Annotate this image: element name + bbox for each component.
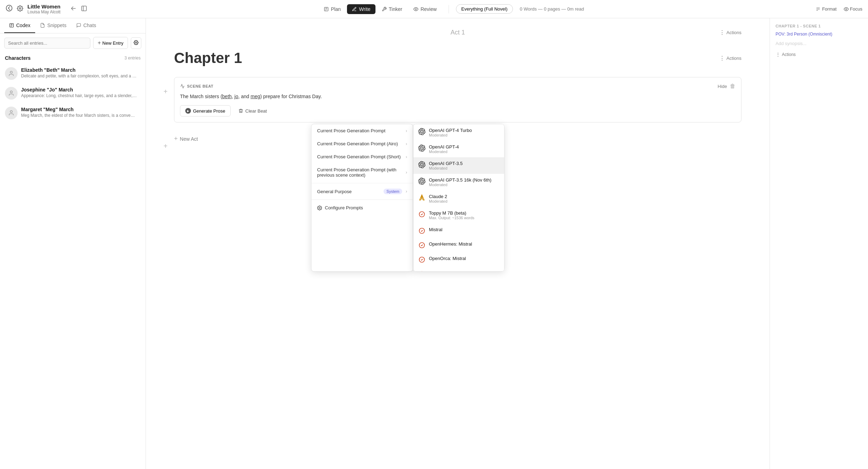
settings-button[interactable] bbox=[17, 5, 23, 13]
chapter-actions-button[interactable]: ⋮ Actions bbox=[719, 55, 741, 62]
model-item-3[interactable]: OpenAI GPT-3.5 16k (Nov 6th) Moderated bbox=[413, 174, 504, 190]
model-item-7[interactable]: OpenHermes: Mistral bbox=[413, 238, 504, 252]
tab-review[interactable]: Review bbox=[409, 4, 442, 14]
add-content-button[interactable]: + bbox=[163, 88, 168, 96]
word-count: 0 Words — 0 pages — 0m read bbox=[520, 6, 584, 12]
character-item[interactable]: Elizabeth "Beth" March Delicate and peti… bbox=[0, 64, 146, 83]
together-icon bbox=[418, 227, 425, 234]
together-icon bbox=[418, 256, 425, 263]
scene-beat-label: SCENE BEAT bbox=[180, 84, 213, 89]
svg-point-8 bbox=[10, 71, 12, 73]
synopsis-field[interactable]: Add synopsis... bbox=[776, 41, 862, 46]
beat-actions-row: ▶ Generate Prose Clear Beat bbox=[180, 105, 735, 116]
search-input[interactable] bbox=[4, 38, 90, 49]
openai-icon bbox=[418, 178, 425, 185]
svg-point-11 bbox=[319, 207, 320, 209]
character-link-meg[interactable]: meg bbox=[251, 94, 260, 99]
act-title: Act 1 bbox=[363, 29, 552, 36]
right-panel: CHAPTER 1 - SCENE 1 POV: 3rd Person (Omn… bbox=[770, 18, 868, 469]
scope-button[interactable]: Everything (Full Novel) bbox=[456, 4, 513, 14]
sidebar: Codex Snippets Chats + New Entry Charact… bbox=[0, 18, 146, 469]
format-button[interactable]: Format bbox=[816, 6, 836, 12]
prompt-menu-item-0[interactable]: Current Prose Generation Prompt › bbox=[311, 124, 413, 137]
openai-icon bbox=[418, 128, 425, 135]
model-item-1[interactable]: OpenAI GPT-4 Moderated bbox=[413, 141, 504, 157]
model-item-0[interactable]: OpenAI GPT-4 Turbo Moderated bbox=[413, 124, 504, 141]
add-content-below-button[interactable]: + bbox=[163, 142, 168, 150]
book-info: Little Women Louisa May Alcott bbox=[27, 4, 60, 14]
model-item-9[interactable]: Mancer: Weaver 12k Max. Output: ~300 wor… bbox=[413, 267, 504, 272]
avatar bbox=[5, 107, 18, 119]
characters-section-header: Characters 3 entries bbox=[0, 52, 146, 64]
nav-tabs: Plan Write Tinker Review bbox=[319, 4, 442, 14]
svg-point-0 bbox=[6, 5, 12, 11]
chapter-row: Chapter 1 ⋮ Actions bbox=[146, 36, 770, 77]
sidebar-toolbar: + New Entry bbox=[0, 33, 146, 52]
prompt-menu-item-2[interactable]: Current Prose Generation Prompt (Short) … bbox=[311, 150, 413, 163]
model-menu: OpenAI GPT-4 Turbo Moderated OpenAI GPT-… bbox=[413, 124, 504, 272]
chevron-right-icon: › bbox=[406, 189, 407, 194]
model-item-8[interactable]: OpenOrca: Mistral bbox=[413, 252, 504, 267]
tab-write[interactable]: Write bbox=[347, 4, 375, 14]
tab-plan[interactable]: Plan bbox=[319, 4, 346, 14]
new-act-button[interactable]: + New Act bbox=[174, 135, 198, 142]
chevron-right-icon: › bbox=[406, 170, 407, 175]
sidebar-tab-chats[interactable]: Chats bbox=[71, 18, 101, 33]
character-info: Margaret "Meg" March Meg March, the elde… bbox=[21, 107, 141, 118]
main-content: Act 1 ⋮ Actions Chapter 1 ⋮ Actions + bbox=[146, 18, 770, 469]
together-icon bbox=[418, 242, 425, 249]
svg-point-1 bbox=[19, 7, 21, 9]
act-actions-button[interactable]: ⋮ Actions bbox=[719, 29, 741, 36]
clear-beat-button[interactable]: Clear Beat bbox=[233, 106, 272, 116]
act-header-row: Act 1 ⋮ Actions bbox=[146, 18, 770, 36]
character-item[interactable]: Josephine "Jo" March Appearance: Long, c… bbox=[0, 83, 146, 103]
beat-text: The March sisters (beth, jo, and meg) pr… bbox=[180, 93, 735, 100]
prompt-menu-item-3[interactable]: Current Prose Generation Prompt (with pr… bbox=[311, 163, 413, 182]
hide-button[interactable]: Hide bbox=[718, 84, 727, 89]
panel-toggle[interactable] bbox=[81, 5, 87, 13]
avatar bbox=[5, 67, 18, 80]
pov-badge: POV: 3rd Person (Omniscient) bbox=[776, 32, 832, 37]
sidebar-tab-snippets[interactable]: Snippets bbox=[35, 18, 71, 33]
model-item-4[interactable]: Claude 2 Moderated bbox=[413, 190, 504, 207]
layout: Codex Snippets Chats + New Entry Charact… bbox=[0, 18, 868, 469]
character-link-jo[interactable]: jo bbox=[234, 94, 238, 99]
focus-button[interactable]: Focus bbox=[844, 6, 862, 12]
model-item-2[interactable]: OpenAI GPT-3.5 Moderated bbox=[413, 157, 504, 174]
openai-icon bbox=[418, 145, 425, 152]
character-item[interactable]: Margaret "Meg" March Meg March, the elde… bbox=[0, 103, 146, 123]
prompt-menu-item-general[interactable]: General Purpose System › bbox=[311, 185, 413, 198]
play-icon: ▶ bbox=[185, 108, 191, 114]
character-info: Elizabeth "Beth" March Delicate and peti… bbox=[21, 67, 141, 78]
book-title: Little Women bbox=[27, 4, 60, 9]
sidebar-tab-codex[interactable]: Codex bbox=[4, 18, 35, 33]
prompt-menu: Current Prose Generation Prompt › Curren… bbox=[311, 124, 413, 272]
svg-point-5 bbox=[846, 8, 847, 10]
character-info: Josephine "Jo" March Appearance: Long, c… bbox=[21, 87, 141, 98]
collapse-button[interactable] bbox=[70, 5, 77, 13]
chevron-right-icon: › bbox=[406, 128, 407, 133]
avatar bbox=[5, 87, 18, 100]
scene-beat-actions: Hide 🗑 bbox=[718, 83, 735, 89]
book-author: Louisa May Alcott bbox=[27, 9, 60, 14]
dropdown-container: Current Prose Generation Prompt › Curren… bbox=[311, 124, 504, 272]
model-item-6[interactable]: Mistral bbox=[413, 223, 504, 238]
delete-button[interactable]: 🗑 bbox=[730, 83, 735, 89]
svg-point-7 bbox=[135, 42, 137, 43]
scene-actions-button[interactable]: ⋮ Actions bbox=[776, 52, 796, 57]
chevron-right-icon: › bbox=[406, 141, 407, 146]
model-item-5[interactable]: Toppy M 7B (beta) Max. Output: ~1536 wor… bbox=[413, 207, 504, 223]
generate-prose-button[interactable]: ▶ Generate Prose bbox=[180, 105, 231, 116]
prompt-menu-item-1[interactable]: Current Prose Generation Prompt (Airo) › bbox=[311, 137, 413, 150]
sidebar-settings-button[interactable] bbox=[131, 37, 141, 49]
anthropic-icon bbox=[418, 194, 425, 201]
svg-point-10 bbox=[10, 110, 12, 113]
character-link-beth[interactable]: beth bbox=[222, 94, 232, 99]
configure-prompts-button[interactable]: Configure Prompts bbox=[311, 201, 413, 214]
together-icon bbox=[418, 271, 425, 272]
top-nav: Little Women Louisa May Alcott Plan Writ… bbox=[0, 0, 868, 18]
back-button[interactable] bbox=[6, 5, 13, 13]
new-entry-button[interactable]: + New Entry bbox=[93, 37, 128, 49]
sidebar-tabs: Codex Snippets Chats bbox=[0, 18, 146, 33]
tab-tinker[interactable]: Tinker bbox=[377, 4, 407, 14]
